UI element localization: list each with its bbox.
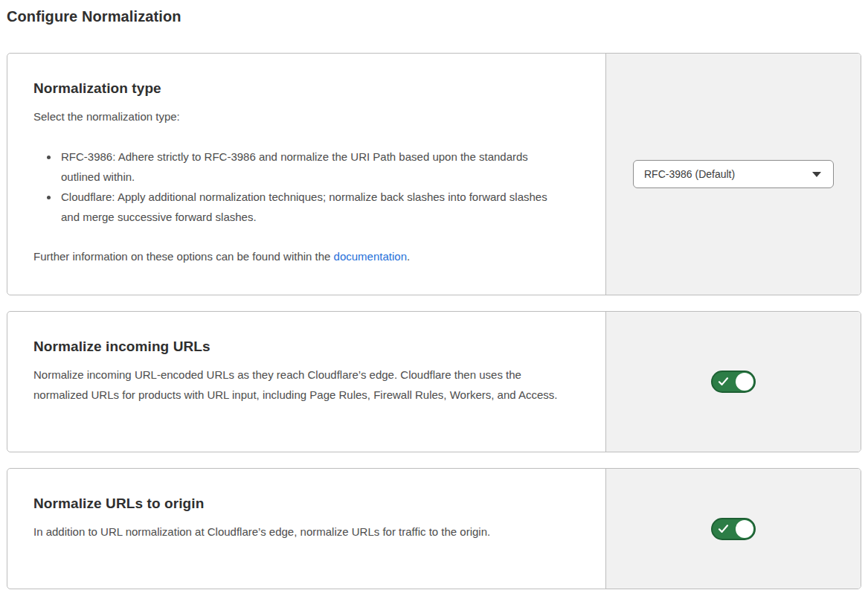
normalize-incoming-urls-description: Normalize incoming URL-encoded URLs as t… — [33, 365, 568, 405]
check-icon — [718, 377, 729, 387]
normalization-type-content: Normalization type Select the normalizat… — [7, 54, 605, 295]
normalize-urls-to-origin-card: Normalize URLs to origin In addition to … — [7, 468, 861, 589]
normalize-urls-to-origin-heading: Normalize URLs to origin — [33, 494, 568, 513]
toggle-knob — [736, 373, 753, 391]
normalization-type-heading: Normalization type — [33, 79, 568, 97]
normalization-type-card: Normalization type Select the normalizat… — [7, 53, 861, 295]
select-value: RFC-3986 (Default) — [644, 168, 735, 180]
normalization-type-control-panel: RFC-3986 (Default) — [605, 54, 861, 295]
normalize-incoming-urls-control-panel — [605, 312, 861, 452]
normalization-type-intro: Select the normalization type: — [33, 106, 568, 126]
normalization-options-list: RFC-3986: Adhere strictly to RFC-3986 an… — [33, 147, 554, 227]
documentation-link[interactable]: documentation — [334, 250, 407, 263]
further-information-prefix: Further information on these options can… — [33, 250, 334, 263]
normalize-incoming-urls-heading: Normalize incoming URLs — [33, 337, 568, 356]
cloudflare-bullet: Cloudflare: Apply additional normalizati… — [59, 187, 554, 227]
normalize-incoming-urls-toggle[interactable] — [711, 371, 756, 393]
configure-normalization-page: Configure Normalization Normalization ty… — [0, 7, 861, 589]
normalization-type-select[interactable]: RFC-3986 (Default) — [633, 160, 834, 188]
normalize-urls-to-origin-control-panel — [605, 469, 861, 589]
normalize-urls-to-origin-description: In addition to URL normalization at Clou… — [33, 522, 568, 542]
normalize-urls-to-origin-content: Normalize URLs to origin In addition to … — [7, 469, 605, 589]
check-icon — [718, 524, 729, 533]
rfc-3986-bullet: RFC-3986: Adhere strictly to RFC-3986 an… — [59, 147, 554, 187]
chevron-down-icon — [812, 172, 821, 177]
further-information-note: Further information on these options can… — [33, 246, 568, 266]
page-title: Configure Normalization — [7, 7, 861, 26]
normalize-incoming-urls-content: Normalize incoming URLs Normalize incomi… — [7, 312, 605, 452]
toggle-knob — [736, 520, 753, 538]
normalize-urls-to-origin-toggle[interactable] — [711, 518, 756, 540]
normalize-incoming-urls-card: Normalize incoming URLs Normalize incomi… — [7, 311, 861, 452]
further-information-suffix: . — [407, 250, 410, 263]
